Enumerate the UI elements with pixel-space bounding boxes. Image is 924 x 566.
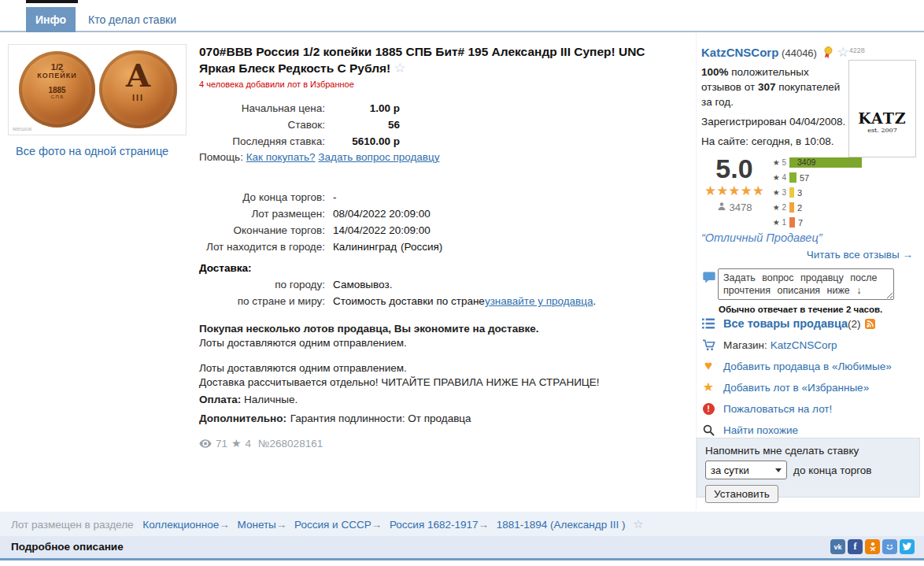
breadcrumb-link-1881-1894[interactable]: 1881-1894 (Александр III ) (497, 519, 626, 531)
bottom-divider (0, 558, 924, 560)
breadcrumb-link-russia-1682-1917[interactable]: Россия 1682-1917 (390, 519, 479, 531)
table-row: Лот находится в городе: Калининград (Рос… (199, 239, 693, 255)
tab-info[interactable]: Инфо (26, 7, 76, 32)
find-similar-link[interactable]: Найти похожие (701, 424, 892, 436)
seller-star-icon[interactable]: ☆ (837, 45, 848, 60)
all-photos-link[interactable]: Все фото на одной странице (16, 145, 168, 157)
seller-sidebar: KatzCNSCorp (44046) ☆4228 100% положител… (696, 33, 924, 510)
bar-star-label: 5 (782, 158, 786, 167)
arrow-icon: → (479, 519, 490, 531)
find-similar-label: Найти похожие (723, 424, 798, 436)
feedback-percent: 100% (701, 66, 729, 78)
lot-details: 070#ВВВ Россия 1/2 копейки 1885 СПБ Бит#… (199, 43, 693, 449)
coin-obverse-image: 1/2 КОПЕЙКИ 1885 С.П.Б (19, 51, 95, 128)
report-lot-label: Пожаловаться на лот! (723, 403, 832, 415)
favorite-star-icon[interactable]: ☆ (394, 61, 406, 76)
bar-count: 7 (798, 218, 803, 228)
breadcrumb-link-russia-ussr[interactable]: Россия и СССР (294, 519, 371, 531)
breadcrumb-link-coins[interactable]: Монеты (238, 519, 276, 531)
favorites-count: 4 (246, 438, 252, 449)
facebook-share-icon[interactable]: f (848, 539, 863, 554)
shop-name-link: KatzCNSCorp (771, 339, 837, 351)
time-left-label: До конца торгов: (199, 191, 333, 203)
bar-star-label: 1 (782, 218, 786, 227)
bar-star-label: 4 (782, 173, 786, 182)
favorites-note: 4 человека добавили лот в Избранное (199, 80, 693, 89)
payment-value: Наличные. (241, 394, 298, 405)
breadcrumb-prefix: Лот размещен в разделе (11, 519, 134, 531)
start-price-value: 1.00 р (333, 102, 400, 114)
city-country-note: (Россия) (401, 241, 442, 253)
speech-bubble-icon (703, 272, 715, 286)
seller-name-link[interactable]: KatzCNSCorp (701, 46, 778, 59)
coin-reverse-image: А III (99, 50, 177, 128)
delivery-country-period: . (593, 295, 596, 307)
coin-mint: С.П.Б (19, 94, 95, 99)
star-icon: ★ (773, 188, 780, 197)
star-icon: ★ (231, 437, 242, 449)
delivery-city-value: Самовывоз. (333, 279, 392, 290)
delivery-heading: Доставка: (199, 260, 693, 276)
city-label: Лот находится в городе: (199, 241, 333, 253)
logo-text: KATZ (849, 109, 915, 127)
moimir-share-icon[interactable] (882, 539, 897, 554)
last-bid-value: 5610.00 р (333, 135, 400, 147)
table-row: Последняя ставка: 5610.00 р (199, 133, 693, 150)
add-lot-favorites-link[interactable]: ★ Добавить лот в «Избранные» (701, 381, 892, 394)
seller-logo[interactable]: KATZ est. 2007 (848, 60, 916, 157)
star-icon: ★ (773, 158, 780, 167)
rss-icon[interactable] (865, 319, 875, 329)
tab-who-bid[interactable]: Кто делал ставки (88, 7, 176, 32)
top-left-dark-bar (26, 0, 78, 3)
set-reminder-button[interactable]: Установить (705, 485, 778, 503)
city-value: Калининград (333, 241, 397, 253)
all-items-link[interactable]: Все товары продавца (2) (701, 317, 892, 330)
table-row: по стране и миру: Стоимость доставки по … (199, 293, 693, 309)
shop-link[interactable]: Магазин: KatzCNSCorp (701, 338, 892, 351)
coin-text: КОПЕЙКИ (19, 72, 95, 80)
payment-row: Оплата: Наличные. (199, 394, 693, 409)
reminder-interval-select[interactable]: за сутки (705, 461, 787, 479)
reminder-suffix: до конца торгов (793, 464, 872, 476)
ask-question-textarea[interactable] (718, 268, 894, 300)
read-reviews-link[interactable]: Читать все отзывы → (807, 249, 913, 261)
tab-bar: Инфо Кто делал ставки (0, 0, 924, 32)
description-bar: Подробное описание (0, 536, 924, 558)
how-to-buy-link[interactable]: Как покупать? (246, 151, 316, 163)
reminder-title: Напомнить мне сделать ставку (705, 445, 911, 457)
breadcrumb-star-icon[interactable]: ☆ (633, 517, 643, 531)
social-share-bar: vk f (830, 539, 915, 554)
extra-value: Гарантия подлинности: От продавца (290, 412, 471, 424)
lot-page: Инфо Кто делал ставки 1/2 КОПЕЙКИ 1885 С… (0, 0, 924, 566)
promo-bold-line: Покупая несколько лотов продавца, Вы эко… (199, 322, 693, 336)
extra-row: Дополнительно: Гарантия подлинности: От … (199, 412, 693, 427)
star-icon: ★ (701, 381, 715, 394)
cart-icon (701, 339, 715, 351)
breadcrumb-link-collectibles[interactable]: Коллекционное (142, 519, 219, 531)
alert-icon: ! (701, 403, 715, 415)
report-lot-link[interactable]: ! Пожаловаться на лот! (701, 402, 892, 415)
note-line2: Доставка рассчитывается отдельно! ЧИТАЙТ… (199, 375, 693, 390)
search-icon (701, 424, 715, 436)
coin-monogram: А (99, 58, 177, 93)
rating-bar-1: ★ 1 7 (767, 215, 862, 230)
seller-info: 100% положительных отзывов от 307 покупа… (701, 65, 846, 149)
twitter-share-icon[interactable] (900, 539, 915, 554)
bar-star-label: 2 (782, 203, 786, 212)
note-line1: Лоты доставляются одним отправлением. (199, 361, 693, 375)
coin-year: 1885 (19, 86, 95, 94)
odnoklassniki-share-icon[interactable] (865, 539, 880, 554)
end-value: 14/04/2022 20:09:00 (333, 224, 431, 236)
ask-seller-link[interactable]: Задать вопрос продавцу (318, 151, 439, 163)
table-row: Ставок: 56 (199, 117, 693, 133)
seller-score: 5.0 ★★★★★ 3478 (703, 154, 766, 213)
registered-line: Зарегистрирован 04/04/2008. (701, 114, 846, 129)
add-seller-favorites-link[interactable]: ♥ Добавить продавца в «Любимые» (701, 360, 892, 372)
vk-share-icon[interactable]: vk (830, 539, 845, 554)
lot-photo[interactable]: 1/2 КОПЕЙКИ 1885 С.П.Б А III мешок (8, 44, 187, 135)
star-icon: ★ (773, 203, 780, 212)
start-price-label: Начальная цена: (199, 102, 333, 114)
arrow-icon: → (219, 519, 230, 531)
ask-delivery-link[interactable]: узнавайте у продавца (485, 295, 593, 307)
rating-bar-2: ★ 2 2 (767, 200, 862, 215)
